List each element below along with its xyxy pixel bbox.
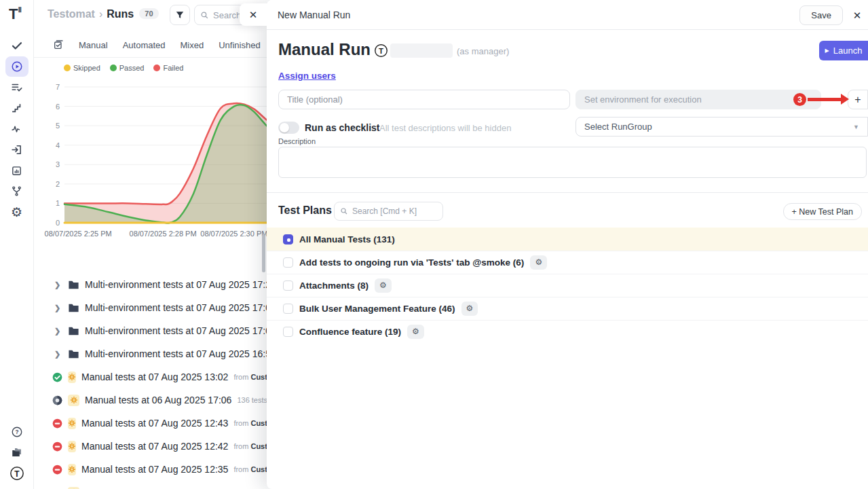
breadcrumb-project[interactable]: Testomat: [48, 8, 95, 20]
test-plans-search-input[interactable]: [352, 206, 432, 216]
test-plan-checkbox[interactable]: [283, 280, 293, 291]
svg-text:2: 2: [56, 180, 60, 188]
run-row-partial: [34, 481, 267, 489]
tab-mixed[interactable]: Mixed: [181, 40, 204, 50]
legend-item-passed[interactable]: Passed: [110, 64, 145, 72]
breadcrumb: Testomat›Runs70: [48, 8, 159, 20]
status-failed-icon: [52, 418, 62, 429]
test-plan-row[interactable]: All Manual Tests (131): [267, 228, 868, 251]
help-icon[interactable]: ?: [5, 422, 29, 442]
tab-unfinished[interactable]: Unfinished: [219, 40, 260, 50]
tab-manual[interactable]: Manual: [79, 40, 108, 50]
new-test-plan-button[interactable]: + New Test Plan: [783, 203, 862, 220]
run-label: Manual tests at 07 Aug 2025 13:02: [81, 372, 228, 382]
environment-input[interactable]: [575, 90, 821, 109]
chevron-right-icon[interactable]: ❯: [54, 350, 62, 359]
run-title-input[interactable]: [278, 90, 570, 109]
run-row[interactable]: Manual tests at 07 Aug 2025 12:43from Cu…: [34, 412, 267, 435]
svg-text:4: 4: [56, 141, 60, 149]
run-group-row[interactable]: ❯Multi-environment tests at 07 Aug 2025 …: [34, 273, 267, 296]
test-plan-row[interactable]: Attachments (8)⚙: [267, 274, 868, 297]
svg-text:T: T: [14, 469, 20, 479]
add-environment-button[interactable]: +: [848, 90, 868, 109]
chevron-right-icon[interactable]: ❯: [54, 304, 62, 312]
tab-automated[interactable]: Automated: [123, 40, 166, 50]
legend-label: Skipped: [73, 64, 100, 72]
test-plan-checkbox[interactable]: [283, 234, 293, 244]
annotation-step-badge: 3: [793, 93, 806, 106]
manual-run-spark-icon: [68, 441, 76, 452]
chevron-right-icon[interactable]: ❯: [54, 327, 62, 336]
status-failed-icon: [52, 465, 62, 475]
run-source: from Custom: [233, 419, 267, 427]
legend-item-failed[interactable]: Failed: [153, 64, 183, 72]
select-runs-icon[interactable]: [53, 39, 64, 50]
legend-item-skipped[interactable]: Skipped: [64, 64, 100, 72]
test-plan-settings-gear-icon[interactable]: ⚙: [530, 255, 547, 270]
chevron-right-icon[interactable]: ❯: [54, 280, 62, 289]
settings-gear-icon[interactable]: ⚙: [5, 202, 29, 222]
run-group-row[interactable]: ❯Multi-environment tests at 07 Aug 2025 …: [34, 342, 267, 365]
close-icon[interactable]: ✕: [850, 9, 864, 22]
run-as-checklist-toggle[interactable]: [278, 122, 299, 134]
filter-button[interactable]: [170, 5, 190, 25]
test-plan-settings-gear-icon[interactable]: ⚙: [407, 325, 424, 339]
workspace-logo-icon[interactable]: T: [5, 463, 29, 484]
run-label: Multi-environment tests at 07 Aug 2025 1…: [85, 325, 267, 336]
annotation-arrow: [808, 98, 842, 101]
manager-note: (as manager): [457, 46, 509, 56]
search-icon: [340, 207, 348, 215]
drawer-close-tab-icon[interactable]: ✕: [240, 3, 267, 26]
run-label: Manual tests at 07 Aug 2025 12:35: [81, 464, 228, 475]
drawer-header: New Manual Run Save ✕: [267, 0, 868, 30]
manual-run-spark-icon: [68, 395, 79, 406]
breadcrumb-current[interactable]: Runs: [107, 8, 134, 20]
status-failed-icon: [52, 441, 62, 452]
run-source: from Custom: [233, 465, 267, 473]
import-icon[interactable]: [5, 139, 29, 160]
rungroup-select[interactable]: Select RunGroup ▼: [575, 117, 868, 137]
test-plan-label: Attachments (8): [299, 280, 369, 291]
app-logo-icon[interactable]: T▮: [9, 5, 22, 23]
branches-icon[interactable]: [5, 181, 29, 201]
run-row[interactable]: Manual tests at 07 Aug 2025 12:35from Cu…: [34, 458, 267, 481]
test-plan-row[interactable]: Confluence feature (19)⚙: [267, 320, 868, 343]
save-button[interactable]: Save: [799, 5, 843, 25]
manual-run-spark-icon: [68, 464, 76, 475]
run-row[interactable]: Manual tests at 07 Aug 2025 13:02from Cu…: [34, 365, 267, 388]
test-plans-search[interactable]: [334, 202, 443, 221]
scrollbar-thumb[interactable]: [262, 234, 265, 272]
run-group-row[interactable]: ❯Multi-environment tests at 07 Aug 2025 …: [34, 319, 267, 342]
description-textarea[interactable]: [278, 147, 867, 178]
test-plan-checkbox[interactable]: [283, 257, 293, 268]
status-in-progress-icon: [52, 395, 62, 405]
tasks-icon[interactable]: [5, 35, 29, 56]
test-plan-checkbox[interactable]: [283, 327, 293, 337]
rungroup-value: Select RunGroup: [584, 122, 652, 132]
run-label: Manual tests at 07 Aug 2025 12:43: [81, 418, 228, 429]
run-label: Manual tests at 07 Aug 2025 12:42: [81, 441, 228, 452]
run-group-row[interactable]: ❯Multi-environment tests at 07 Aug 2025 …: [34, 296, 267, 319]
test-plan-settings-gear-icon[interactable]: ⚙: [461, 302, 478, 316]
legend-label: Failed: [163, 64, 183, 72]
run-label: Manual tests at 06 Aug 2025 17:06: [85, 395, 231, 405]
run-row[interactable]: Manual tests at 07 Aug 2025 12:42from Cu…: [34, 435, 267, 458]
analytics-pulse-icon[interactable]: [5, 119, 29, 139]
test-plan-row[interactable]: Add tests to ongoing run via 'Tests' tab…: [267, 251, 868, 274]
runs-panel: Testomat›Runs70 Manual Automated Mixed U…: [34, 0, 267, 489]
projects-icon[interactable]: [5, 442, 29, 463]
test-plans-heading: Test Plans: [278, 204, 332, 217]
assign-users-link[interactable]: Assign users: [278, 71, 336, 81]
svg-text:3: 3: [56, 160, 60, 168]
launch-button[interactable]: ▶Launch: [819, 41, 868, 60]
run-row[interactable]: Manual tests at 06 Aug 2025 17:06136 tes…: [34, 388, 267, 412]
test-plans-icon[interactable]: [5, 77, 29, 98]
test-plan-row[interactable]: Bulk User Management Feature (46)⚙: [267, 297, 868, 320]
test-plan-settings-gear-icon[interactable]: ⚙: [375, 278, 392, 293]
description-label: Description: [278, 137, 316, 145]
manual-run-spark-icon: [68, 372, 76, 383]
reports-icon[interactable]: [5, 160, 29, 181]
runs-icon[interactable]: [5, 56, 29, 77]
test-plan-checkbox[interactable]: [283, 304, 293, 314]
steps-icon[interactable]: [5, 98, 29, 118]
